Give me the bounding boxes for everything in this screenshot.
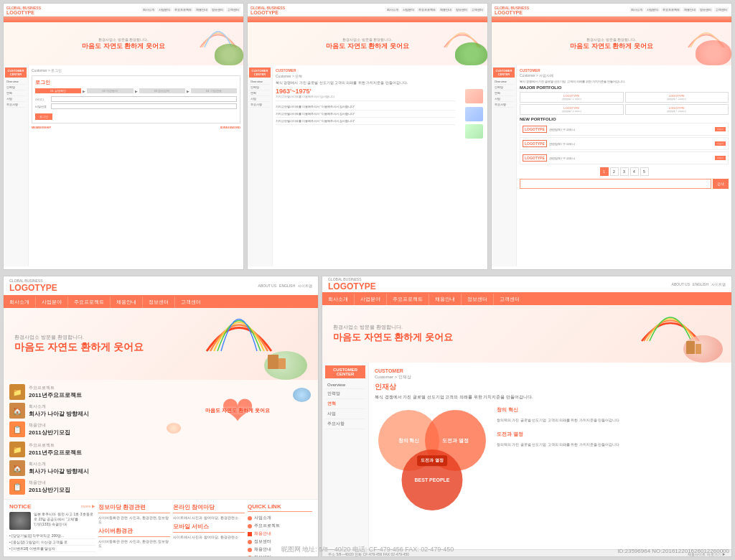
info-section: 정보마당 환경관련 사이버동화관 관련 사진과, 환경관련, 정보량도 사이버환… [98,503,170,557]
nav-item-business[interactable]: 사업분야 [36,297,68,308]
mini-sidebar-item[interactable]: 인력망 [493,85,515,90]
portfolio-btn[interactable]: 더보기 [715,156,726,160]
mini-sidebar-item[interactable]: 연혁 [249,90,271,96]
mini-nav-item[interactable]: 정보센터 [454,7,469,12]
mini-nav-item[interactable]: 회사소개 [141,7,156,12]
step-1: 01 실명확인 [35,88,81,93]
portfolio-logo: LOGOTYPE [523,140,547,147]
nav-right-3[interactable]: 주요프로젝트 [387,294,429,305]
search-input[interactable] [520,179,711,189]
sidebar-item-right[interactable]: 인력망 [325,389,365,399]
mini-sidebar-item[interactable]: 사업 [493,96,515,102]
id-password-label: ID/PASSWORD [220,126,240,129]
portfolio-btn[interactable]: 더보기 [715,127,726,131]
mini-input-pw[interactable] [51,103,237,109]
quick-link-item[interactable]: 사업소개 [248,514,312,522]
venn-desc-title-1: 창의 혁신 [497,406,726,414]
nav-right-6[interactable]: 고객센터 [494,294,525,305]
quick-link-item[interactable]: 주요프로젝트 [248,522,312,530]
quick-link-text: 정보센터 [254,538,271,545]
mini-sidebar-item[interactable]: 주요사항 [5,102,27,108]
page-btn-4[interactable]: 4 [630,167,639,176]
mini-nav-item[interactable]: 고객센터 [470,7,484,12]
nav-item-customer[interactable]: 고객센터 [175,297,207,308]
page-btn-1[interactable]: 1 [600,167,609,176]
portfolio-text: 관련업체 / 구 파트너 [549,128,575,131]
mini-nav-item[interactable]: 회사소개 [385,7,400,12]
sidebar-item-right[interactable]: 사업 [325,409,365,419]
quick-link-text-red: 채용안내 [254,531,271,537]
nav-item-company[interactable]: 회사소개 [4,297,36,308]
mini-sidebar-item[interactable]: 인력망 [249,85,271,90]
site-id: ID:23596964 NO:201612201626012260000 [617,548,729,554]
mini-login-btn[interactable]: 로그인 [35,113,52,120]
mini-sidebar-item[interactable]: 주요사항 [493,102,515,108]
mini-input-id[interactable] [51,96,237,102]
about-us-link[interactable]: ABOUT US [258,284,276,288]
mini-nav-item[interactable]: 고객센터 [226,7,240,12]
mini-sidebar-item[interactable]: 주요사항 [249,102,271,108]
search-btn[interactable]: 검색 [713,179,729,189]
mini-sidebar-item[interactable]: 연혁 [5,90,27,96]
mini-nav-item[interactable]: 정보센터 [210,7,225,12]
mini-nav-item[interactable]: 주요프로젝트 [661,7,681,12]
mini-nav-item[interactable]: 주요프로젝트 [417,7,437,12]
nav-right-2[interactable]: 사업분야 [355,294,387,305]
mini-sidebar-item[interactable]: 사업 [5,96,27,102]
venn-layout: 창의 혁신 도전과 열정 BEST PEOPLE 도전과 열정 [375,406,726,514]
mini-rainbow-area-2: 환경사업소 방문을 환영합니다. 마음도 자연도 환하게 웃어요 [248,22,487,65]
promo-title-1: 2011년주요프로젝트 [29,391,82,399]
mini-sidebar-item[interactable]: Overview [249,79,271,85]
mini-rainbow-area-3: 환경사업소 방문을 환영합니다. 마음도 자연도 환하게 웃어요 [492,22,731,65]
mini-nav-item[interactable]: 정보센터 [698,7,713,12]
nav-item-recruit[interactable]: 채용안내 [111,297,143,308]
cyber-title: 사이버환경관 [98,527,170,537]
mini-nav-item[interactable]: 고객센터 [714,7,729,12]
mini-nav-item[interactable]: 사업분야 [645,7,660,12]
page-btn-5[interactable]: 5 [640,167,649,176]
quick-link-item[interactable]: 채용안내 [248,530,312,538]
mini-logo-box: LOGOTYPE관련업체 / 구 파트너 [625,92,729,103]
promo-text-3: 채용안내 2011상반기모집 [29,422,70,437]
page-btn-3[interactable]: 3 [620,167,629,176]
sidebar-item-right-active[interactable]: 연혁 [325,399,365,409]
large-logo-area-right: GLOBAL BUSINESS LOGOTYPE [328,277,376,291]
quick-link-title: QUICK LINK [248,503,312,512]
mini-nav-item[interactable]: 채용안내 [195,7,209,12]
mini-hero-2: 환경사업소 방문을 환영합니다. 마음도 자연도 환하게 웃어요 [326,37,409,51]
large-logo-main-right: LOGOTYPE [328,281,376,291]
mini-nav-item[interactable]: 사업분야 [157,7,172,12]
quick-dot [248,540,252,544]
mini-nav-item[interactable]: 채용안내 [439,7,453,12]
promo-category-r1: 주요프로젝트 [29,442,82,449]
portfolio-btn[interactable]: 더보기 [715,141,726,146]
quick-dot [248,516,252,521]
nav-right-4[interactable]: 채용안내 [429,294,462,305]
mini-sidebar-item[interactable]: 인력망 [5,85,27,90]
page-btn-2[interactable]: 2 [610,167,619,176]
english-right[interactable]: ENGLISH [693,282,708,286]
about-us-right[interactable]: ABOUT US [672,282,690,286]
sidebar-item-right[interactable]: Overview [325,381,365,389]
preview-large-right: GLOBAL BUSINESS LOGOTYPE ABOUT US ENGLIS… [322,276,732,557]
notice-more[interactable]: more ▶ [81,503,95,510]
english-link[interactable]: ENGLISH [279,284,295,288]
mini-banner-3 [492,17,731,22]
sitemap-link[interactable]: 사이트맵 [298,284,312,288]
sitemap-right[interactable]: 사이트맵 [711,282,726,286]
mini-nav-item[interactable]: 사업분야 [401,7,416,12]
mini-sidebar-item[interactable]: 사업 [249,96,271,102]
mini-sidebar-item[interactable]: Overview [493,79,515,85]
mini-sidebar-item[interactable]: Overview [5,79,27,85]
mini-nav-item[interactable]: 회사소개 [629,7,644,12]
nav-right-1[interactable]: 회사소개 [322,294,355,305]
sidebar-item-right[interactable]: 주요사항 [325,419,365,429]
mini-logo-main-1: LOGOTYPE [6,10,42,15]
nav-right-5[interactable]: 정보센터 [462,294,494,305]
mini-nav-item[interactable]: 채용안내 [683,7,697,12]
mini-sidebar-item[interactable]: 연혁 [493,90,515,96]
nav-item-info[interactable]: 정보센터 [143,297,175,308]
info-desc: 사이버동화관 관련 사진과, 환경관련, 정보량도 [98,515,170,524]
nav-item-project[interactable]: 주요프로젝트 [68,297,111,308]
mini-nav-item[interactable]: 주요프로젝트 [173,7,193,12]
